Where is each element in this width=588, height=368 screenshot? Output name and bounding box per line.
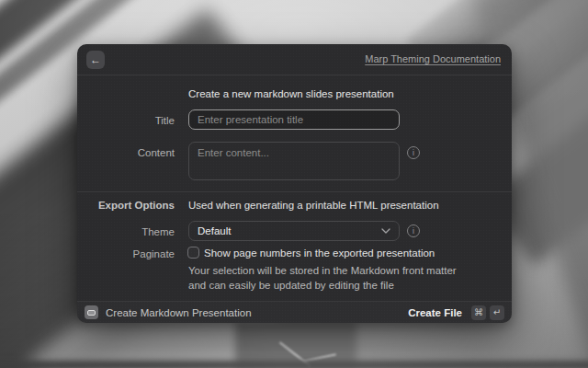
content-field-label: Content [77,147,175,158]
export-options-description: Used when generating a printable HTML pr… [188,200,439,211]
create-file-button[interactable]: Create File ⌘ ↵ [408,305,504,320]
status-bar: Create Markdown Presentation Create File… [77,301,512,323]
theme-info-icon[interactable]: i [407,224,420,237]
back-arrow-icon: ← [90,54,101,65]
command-title: Create Markdown Presentation [106,307,252,318]
content-textarea[interactable] [188,142,400,180]
markdown-presentation-app-icon [85,305,98,319]
desktop-wallpaper: ← Marp Theming Documentation Create a ne… [0,0,588,368]
chevron-down-icon [381,228,390,234]
wallpaper-center-column [235,322,356,368]
return-key-icon: ↵ [490,305,504,320]
paginate-checkbox-label[interactable]: Show page numbers in the exported presen… [204,247,435,259]
back-button[interactable]: ← [86,51,105,69]
front-matter-note-line1: Your selection will be stored in the Mar… [188,265,457,276]
command-key-icon: ⌘ [471,305,486,320]
raycast-extension-window: ← Marp Theming Documentation Create a ne… [77,44,512,323]
wallpaper-sketch-line-2 [303,353,336,362]
front-matter-note-line2: and can easily be updated by editing the… [188,280,394,291]
theme-selected-value: Default [198,225,231,236]
paginate-checkbox[interactable] [187,247,199,259]
theme-select[interactable]: Default [188,221,400,241]
content-info-icon[interactable]: i [407,146,420,159]
paginate-field-label: Paginate [77,248,175,259]
wallpaper-sketch-line-1 [279,341,311,366]
export-options-label: Export Options [77,200,175,211]
slide-glyph-icon [87,310,96,316]
create-file-label: Create File [408,307,462,318]
theme-field-label: Theme [77,226,175,237]
marp-theming-documentation-link[interactable]: Marp Theming Documentation [365,53,501,64]
form-description: Create a new markdown slides presentatio… [188,88,394,99]
wallpaper-bottom-strip [0,361,588,368]
window-header: ← Marp Theming Documentation [77,44,512,75]
title-input[interactable] [188,109,400,130]
section-divider [77,191,512,192]
title-field-label: Title [77,115,175,126]
